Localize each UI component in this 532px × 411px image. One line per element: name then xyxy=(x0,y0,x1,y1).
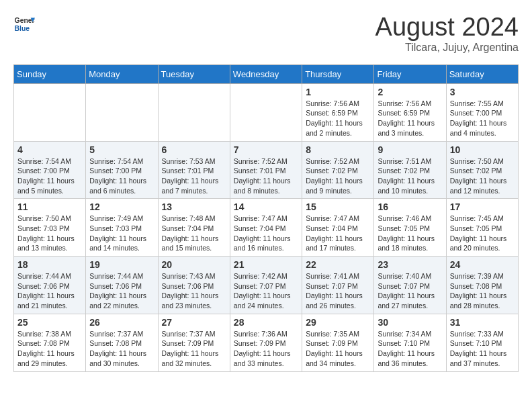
col-header-tuesday: Tuesday xyxy=(158,64,230,83)
day-info: Sunrise: 7:44 AM Sunset: 7:06 PM Dayligh… xyxy=(89,271,154,311)
day-number: 23 xyxy=(378,259,442,270)
col-header-saturday: Saturday xyxy=(446,64,518,83)
day-info: Sunrise: 7:47 AM Sunset: 7:04 PM Dayligh… xyxy=(306,214,370,253)
page-subtitle: Tilcara, Jujuy, Argentina xyxy=(375,42,519,54)
calendar-cell: 18Sunrise: 7:44 AM Sunset: 7:06 PM Dayli… xyxy=(14,257,86,314)
day-info: Sunrise: 7:41 AM Sunset: 7:07 PM Dayligh… xyxy=(306,271,370,311)
calendar-cell: 29Sunrise: 7:35 AM Sunset: 7:09 PM Dayli… xyxy=(302,314,374,371)
calendar-cell: 24Sunrise: 7:39 AM Sunset: 7:08 PM Dayli… xyxy=(446,257,518,314)
day-number: 6 xyxy=(162,144,226,155)
col-header-friday: Friday xyxy=(374,64,446,83)
day-number: 10 xyxy=(450,144,515,155)
col-header-sunday: Sunday xyxy=(14,64,86,83)
day-info: Sunrise: 7:38 AM Sunset: 7:08 PM Dayligh… xyxy=(17,329,82,369)
calendar-cell: 23Sunrise: 7:40 AM Sunset: 7:07 PM Dayli… xyxy=(374,257,446,314)
calendar-cell: 13Sunrise: 7:48 AM Sunset: 7:04 PM Dayli… xyxy=(158,199,230,257)
page-header: General Blue August 2024 Tilcara, Jujuy,… xyxy=(13,13,519,54)
day-number: 26 xyxy=(89,317,154,328)
calendar-cell: 17Sunrise: 7:45 AM Sunset: 7:05 PM Dayli… xyxy=(446,199,518,257)
day-info: Sunrise: 7:55 AM Sunset: 7:00 PM Dayligh… xyxy=(450,99,515,138)
day-info: Sunrise: 7:54 AM Sunset: 7:00 PM Dayligh… xyxy=(17,156,82,196)
header-row: SundayMondayTuesdayWednesdayThursdayFrid… xyxy=(14,64,519,83)
calendar-cell: 31Sunrise: 7:33 AM Sunset: 7:10 PM Dayli… xyxy=(446,314,518,371)
calendar-cell: 5Sunrise: 7:54 AM Sunset: 7:00 PM Daylig… xyxy=(86,141,158,199)
col-header-monday: Monday xyxy=(86,64,158,83)
calendar-cell: 16Sunrise: 7:46 AM Sunset: 7:05 PM Dayli… xyxy=(374,199,446,257)
col-header-wednesday: Wednesday xyxy=(230,64,302,83)
col-header-thursday: Thursday xyxy=(302,64,374,83)
calendar-cell: 8Sunrise: 7:52 AM Sunset: 7:02 PM Daylig… xyxy=(302,141,374,199)
week-row-4: 18Sunrise: 7:44 AM Sunset: 7:06 PM Dayli… xyxy=(14,257,519,314)
day-info: Sunrise: 7:46 AM Sunset: 7:05 PM Dayligh… xyxy=(378,214,442,253)
day-number: 31 xyxy=(450,317,515,328)
day-info: Sunrise: 7:56 AM Sunset: 6:59 PM Dayligh… xyxy=(378,99,442,138)
svg-text:Blue: Blue xyxy=(15,25,30,32)
day-info: Sunrise: 7:56 AM Sunset: 6:59 PM Dayligh… xyxy=(306,99,370,138)
day-info: Sunrise: 7:47 AM Sunset: 7:04 PM Dayligh… xyxy=(234,214,298,253)
day-number: 22 xyxy=(306,259,370,270)
calendar-cell: 19Sunrise: 7:44 AM Sunset: 7:06 PM Dayli… xyxy=(86,257,158,314)
day-number: 9 xyxy=(378,144,442,155)
day-info: Sunrise: 7:49 AM Sunset: 7:03 PM Dayligh… xyxy=(89,214,154,253)
day-number: 21 xyxy=(234,259,298,270)
calendar-table: SundayMondayTuesdayWednesdayThursdayFrid… xyxy=(13,64,519,372)
day-number: 25 xyxy=(17,317,82,328)
day-number: 8 xyxy=(306,144,370,155)
day-number: 24 xyxy=(450,259,515,270)
day-info: Sunrise: 7:37 AM Sunset: 7:08 PM Dayligh… xyxy=(89,329,154,369)
day-number: 11 xyxy=(17,201,82,212)
day-number: 4 xyxy=(17,144,82,155)
day-number: 18 xyxy=(17,259,82,270)
day-info: Sunrise: 7:42 AM Sunset: 7:07 PM Dayligh… xyxy=(234,271,298,311)
calendar-cell xyxy=(158,83,230,141)
day-info: Sunrise: 7:39 AM Sunset: 7:08 PM Dayligh… xyxy=(450,271,515,311)
day-info: Sunrise: 7:51 AM Sunset: 7:02 PM Dayligh… xyxy=(378,156,442,196)
page-title: August 2024 xyxy=(375,13,519,42)
calendar-cell: 27Sunrise: 7:37 AM Sunset: 7:09 PM Dayli… xyxy=(158,314,230,371)
day-number: 28 xyxy=(234,317,298,328)
calendar-cell: 28Sunrise: 7:36 AM Sunset: 7:09 PM Dayli… xyxy=(230,314,302,371)
day-number: 15 xyxy=(306,201,370,212)
calendar-cell: 22Sunrise: 7:41 AM Sunset: 7:07 PM Dayli… xyxy=(302,257,374,314)
calendar-cell: 11Sunrise: 7:50 AM Sunset: 7:03 PM Dayli… xyxy=(14,199,86,257)
logo-icon: General Blue xyxy=(13,13,35,35)
day-info: Sunrise: 7:33 AM Sunset: 7:10 PM Dayligh… xyxy=(450,329,515,369)
calendar-cell: 3Sunrise: 7:55 AM Sunset: 7:00 PM Daylig… xyxy=(446,83,518,141)
week-row-3: 11Sunrise: 7:50 AM Sunset: 7:03 PM Dayli… xyxy=(14,199,519,257)
calendar-cell: 10Sunrise: 7:50 AM Sunset: 7:02 PM Dayli… xyxy=(446,141,518,199)
calendar-cell: 2Sunrise: 7:56 AM Sunset: 6:59 PM Daylig… xyxy=(374,83,446,141)
day-info: Sunrise: 7:52 AM Sunset: 7:01 PM Dayligh… xyxy=(234,156,298,196)
calendar-cell: 4Sunrise: 7:54 AM Sunset: 7:00 PM Daylig… xyxy=(14,141,86,199)
calendar-cell: 9Sunrise: 7:51 AM Sunset: 7:02 PM Daylig… xyxy=(374,141,446,199)
day-info: Sunrise: 7:37 AM Sunset: 7:09 PM Dayligh… xyxy=(162,329,226,369)
calendar-cell: 21Sunrise: 7:42 AM Sunset: 7:07 PM Dayli… xyxy=(230,257,302,314)
day-info: Sunrise: 7:40 AM Sunset: 7:07 PM Dayligh… xyxy=(378,271,442,311)
day-number: 17 xyxy=(450,201,515,212)
day-number: 19 xyxy=(89,259,154,270)
day-number: 7 xyxy=(234,144,298,155)
day-number: 30 xyxy=(378,317,442,328)
day-info: Sunrise: 7:48 AM Sunset: 7:04 PM Dayligh… xyxy=(162,214,226,253)
day-number: 12 xyxy=(89,201,154,212)
day-number: 16 xyxy=(378,201,442,212)
day-info: Sunrise: 7:52 AM Sunset: 7:02 PM Dayligh… xyxy=(306,156,370,196)
calendar-cell xyxy=(230,83,302,141)
logo: General Blue xyxy=(13,13,35,35)
calendar-cell xyxy=(86,83,158,141)
calendar-cell: 1Sunrise: 7:56 AM Sunset: 6:59 PM Daylig… xyxy=(302,83,374,141)
day-number: 13 xyxy=(162,201,226,212)
day-info: Sunrise: 7:45 AM Sunset: 7:05 PM Dayligh… xyxy=(450,214,515,253)
calendar-cell xyxy=(14,83,86,141)
day-info: Sunrise: 7:36 AM Sunset: 7:09 PM Dayligh… xyxy=(234,329,298,369)
day-info: Sunrise: 7:34 AM Sunset: 7:10 PM Dayligh… xyxy=(378,329,442,369)
calendar-cell: 7Sunrise: 7:52 AM Sunset: 7:01 PM Daylig… xyxy=(230,141,302,199)
day-info: Sunrise: 7:50 AM Sunset: 7:03 PM Dayligh… xyxy=(17,214,82,253)
calendar-cell: 20Sunrise: 7:43 AM Sunset: 7:06 PM Dayli… xyxy=(158,257,230,314)
week-row-1: 1Sunrise: 7:56 AM Sunset: 6:59 PM Daylig… xyxy=(14,83,519,141)
day-number: 1 xyxy=(306,87,370,97)
day-number: 20 xyxy=(162,259,226,270)
calendar-cell: 26Sunrise: 7:37 AM Sunset: 7:08 PM Dayli… xyxy=(86,314,158,371)
calendar-cell: 14Sunrise: 7:47 AM Sunset: 7:04 PM Dayli… xyxy=(230,199,302,257)
calendar-cell: 25Sunrise: 7:38 AM Sunset: 7:08 PM Dayli… xyxy=(14,314,86,371)
title-block: August 2024 Tilcara, Jujuy, Argentina xyxy=(375,13,519,54)
